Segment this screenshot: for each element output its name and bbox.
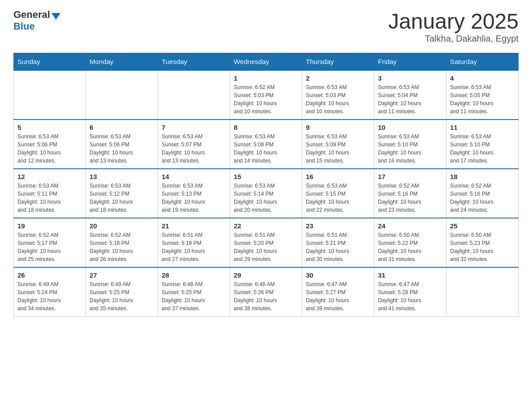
day-info: Sunrise: 6:53 AM Sunset: 5:03 PM Dayligh… (306, 83, 370, 116)
table-cell (446, 267, 519, 317)
header-sunday: Sunday (14, 53, 86, 71)
table-cell: 30Sunrise: 6:47 AM Sunset: 5:27 PM Dayli… (302, 267, 374, 317)
calendar-subtitle: Talkha, Dakahlia, Egypt (388, 34, 519, 44)
day-info: Sunrise: 6:53 AM Sunset: 5:12 PM Dayligh… (90, 182, 154, 214)
day-number: 19 (17, 222, 82, 230)
table-cell: 16Sunrise: 6:53 AM Sunset: 5:15 PM Dayli… (302, 169, 374, 218)
table-cell: 10Sunrise: 6:53 AM Sunset: 5:10 PM Dayli… (374, 120, 446, 169)
table-cell: 5Sunrise: 6:53 AM Sunset: 5:06 PM Daylig… (14, 120, 86, 169)
day-number: 4 (450, 74, 515, 82)
day-info: Sunrise: 6:48 AM Sunset: 5:26 PM Dayligh… (234, 280, 298, 313)
day-number: 20 (90, 222, 154, 230)
day-number: 31 (378, 271, 442, 279)
table-cell: 23Sunrise: 6:51 AM Sunset: 5:21 PM Dayli… (302, 218, 374, 267)
table-cell: 14Sunrise: 6:53 AM Sunset: 5:13 PM Dayli… (158, 169, 230, 218)
header-saturday: Saturday (446, 53, 519, 71)
week-row-4: 19Sunrise: 6:52 AM Sunset: 5:17 PM Dayli… (14, 218, 519, 267)
day-number: 25 (450, 222, 515, 230)
day-info: Sunrise: 6:53 AM Sunset: 5:09 PM Dayligh… (306, 133, 370, 165)
title-section: January 2025 Talkha, Dakahlia, Egypt (388, 9, 519, 44)
header-thursday: Thursday (302, 53, 374, 71)
week-row-1: 1Sunrise: 6:52 AM Sunset: 5:03 PM Daylig… (14, 70, 519, 120)
table-cell: 3Sunrise: 6:53 AM Sunset: 5:04 PM Daylig… (374, 70, 446, 120)
day-number: 6 (90, 124, 154, 131)
day-info: Sunrise: 6:53 AM Sunset: 5:10 PM Dayligh… (450, 133, 515, 165)
header-tuesday: Tuesday (158, 53, 230, 71)
day-number: 10 (378, 124, 442, 131)
day-number: 18 (450, 173, 515, 180)
day-info: Sunrise: 6:51 AM Sunset: 5:19 PM Dayligh… (162, 231, 226, 263)
day-number: 9 (306, 124, 370, 131)
table-cell: 28Sunrise: 6:48 AM Sunset: 5:25 PM Dayli… (158, 267, 230, 317)
day-number: 13 (90, 173, 154, 180)
logo-general: General (13, 9, 50, 21)
day-number: 5 (17, 124, 82, 131)
logo-triangle-icon (51, 13, 60, 20)
logo: General Blue (13, 9, 60, 32)
day-number: 14 (162, 173, 226, 180)
table-cell: 1Sunrise: 6:52 AM Sunset: 5:03 PM Daylig… (230, 70, 302, 120)
page-header: General Blue January 2025 Talkha, Dakahl… (13, 9, 519, 44)
day-info: Sunrise: 6:52 AM Sunset: 5:03 PM Dayligh… (234, 83, 298, 116)
day-number: 15 (234, 173, 298, 180)
day-info: Sunrise: 6:53 AM Sunset: 5:06 PM Dayligh… (17, 133, 82, 165)
week-row-3: 12Sunrise: 6:53 AM Sunset: 5:11 PM Dayli… (14, 169, 519, 218)
day-info: Sunrise: 6:53 AM Sunset: 5:05 PM Dayligh… (450, 83, 515, 116)
table-cell: 27Sunrise: 6:49 AM Sunset: 5:25 PM Dayli… (86, 267, 158, 317)
day-number: 2 (306, 74, 370, 82)
day-number: 21 (162, 222, 226, 230)
week-row-5: 26Sunrise: 6:49 AM Sunset: 5:24 PM Dayli… (14, 267, 519, 317)
day-number: 7 (162, 124, 226, 131)
table-cell: 15Sunrise: 6:53 AM Sunset: 5:14 PM Dayli… (230, 169, 302, 218)
day-number: 22 (234, 222, 298, 230)
calendar-table: SundayMondayTuesdayWednesdayThursdayFrid… (13, 53, 519, 317)
day-info: Sunrise: 6:53 AM Sunset: 5:15 PM Dayligh… (306, 182, 370, 214)
table-cell: 29Sunrise: 6:48 AM Sunset: 5:26 PM Dayli… (230, 267, 302, 317)
table-cell: 31Sunrise: 6:47 AM Sunset: 5:28 PM Dayli… (374, 267, 446, 317)
day-info: Sunrise: 6:53 AM Sunset: 5:08 PM Dayligh… (234, 133, 298, 165)
table-cell: 7Sunrise: 6:53 AM Sunset: 5:07 PM Daylig… (158, 120, 230, 169)
day-info: Sunrise: 6:52 AM Sunset: 5:17 PM Dayligh… (17, 231, 82, 263)
table-cell: 13Sunrise: 6:53 AM Sunset: 5:12 PM Dayli… (86, 169, 158, 218)
day-number: 3 (378, 74, 442, 82)
day-number: 29 (234, 271, 298, 279)
day-info: Sunrise: 6:47 AM Sunset: 5:27 PM Dayligh… (306, 280, 370, 313)
table-cell: 18Sunrise: 6:52 AM Sunset: 5:16 PM Dayli… (446, 169, 519, 218)
day-info: Sunrise: 6:51 AM Sunset: 5:20 PM Dayligh… (234, 231, 298, 263)
table-cell: 12Sunrise: 6:53 AM Sunset: 5:11 PM Dayli… (14, 169, 86, 218)
day-number: 28 (162, 271, 226, 279)
day-info: Sunrise: 6:52 AM Sunset: 5:16 PM Dayligh… (378, 182, 442, 214)
table-cell: 6Sunrise: 6:53 AM Sunset: 5:06 PM Daylig… (86, 120, 158, 169)
day-number: 24 (378, 222, 442, 230)
header-monday: Monday (86, 53, 158, 71)
day-number: 1 (234, 74, 298, 82)
day-number: 8 (234, 124, 298, 131)
day-number: 30 (306, 271, 370, 279)
table-cell (86, 70, 158, 120)
day-info: Sunrise: 6:50 AM Sunset: 5:23 PM Dayligh… (450, 231, 515, 263)
day-number: 16 (306, 173, 370, 180)
header-wednesday: Wednesday (230, 53, 302, 71)
day-number: 11 (450, 124, 515, 131)
day-info: Sunrise: 6:53 AM Sunset: 5:13 PM Dayligh… (162, 182, 226, 214)
day-number: 27 (90, 271, 154, 279)
calendar-title: January 2025 (388, 9, 519, 34)
day-number: 17 (378, 173, 442, 180)
day-info: Sunrise: 6:49 AM Sunset: 5:24 PM Dayligh… (17, 280, 82, 313)
week-row-2: 5Sunrise: 6:53 AM Sunset: 5:06 PM Daylig… (14, 120, 519, 169)
day-info: Sunrise: 6:53 AM Sunset: 5:11 PM Dayligh… (17, 182, 82, 214)
day-info: Sunrise: 6:53 AM Sunset: 5:07 PM Dayligh… (162, 133, 226, 165)
table-cell (14, 70, 86, 120)
day-info: Sunrise: 6:51 AM Sunset: 5:21 PM Dayligh… (306, 231, 370, 263)
day-info: Sunrise: 6:48 AM Sunset: 5:25 PM Dayligh… (162, 280, 226, 313)
day-info: Sunrise: 6:52 AM Sunset: 5:16 PM Dayligh… (450, 182, 515, 214)
day-info: Sunrise: 6:53 AM Sunset: 5:06 PM Dayligh… (90, 133, 154, 165)
day-info: Sunrise: 6:53 AM Sunset: 5:14 PM Dayligh… (234, 182, 298, 214)
table-cell: 17Sunrise: 6:52 AM Sunset: 5:16 PM Dayli… (374, 169, 446, 218)
table-cell: 4Sunrise: 6:53 AM Sunset: 5:05 PM Daylig… (446, 70, 519, 120)
header-friday: Friday (374, 53, 446, 71)
header-row: SundayMondayTuesdayWednesdayThursdayFrid… (14, 53, 519, 71)
table-cell: 25Sunrise: 6:50 AM Sunset: 5:23 PM Dayli… (446, 218, 519, 267)
table-cell (158, 70, 230, 120)
table-cell: 9Sunrise: 6:53 AM Sunset: 5:09 PM Daylig… (302, 120, 374, 169)
